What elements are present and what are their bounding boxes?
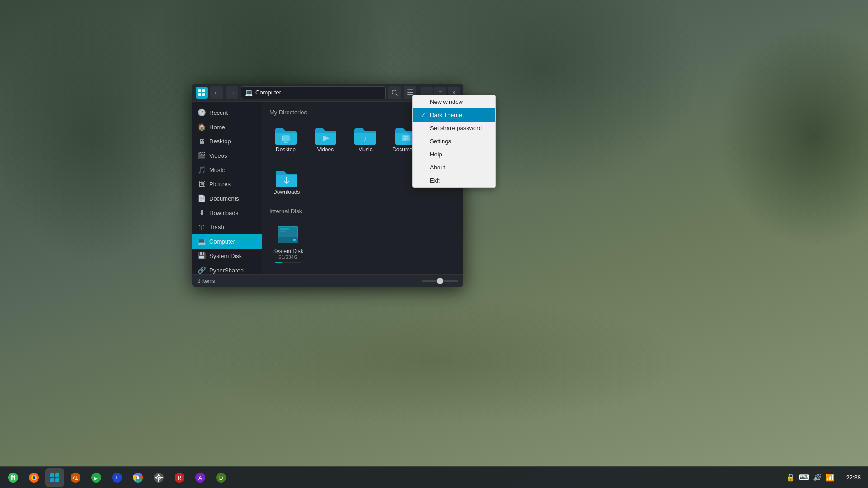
svg-text:D: D (219, 475, 223, 481)
sidebar-label-system-disk: System Disk (209, 253, 242, 259)
computer-icon: 💻 (245, 89, 253, 96)
taskbar-app-file-manager[interactable] (45, 468, 64, 487)
svg-point-41 (158, 477, 160, 479)
volume-icon[interactable]: 🔊 (813, 473, 822, 482)
taskbar-app-store[interactable]: 🛍 (66, 468, 85, 487)
menu-label-set-share-password: Set share password (430, 125, 482, 131)
sidebar-item-videos[interactable]: 🎬 Videos (192, 148, 262, 163)
svg-rect-19 (280, 228, 289, 230)
disk-system[interactable]: System Disk 61/234G (269, 220, 307, 267)
zoom-slider[interactable] (422, 280, 458, 282)
trash-icon: 🗑 (198, 223, 206, 231)
folder-music[interactable]: ♪ Music (349, 121, 382, 156)
menu-item-about[interactable]: About (413, 161, 495, 174)
sidebar-label-downloads: Downloads (209, 210, 238, 216)
sidebar-label-pictures: Pictures (209, 181, 231, 188)
svg-rect-20 (280, 231, 286, 232)
lock-icon[interactable]: 🔒 (786, 473, 795, 482)
taskbar-app-chrome[interactable] (128, 468, 147, 487)
sidebar-item-computer[interactable]: 💻 Computer (192, 234, 262, 249)
svg-text:A: A (198, 475, 202, 481)
downloads-icon: ⬇ (198, 209, 206, 217)
sidebar-item-home[interactable]: 🏠 Home (192, 120, 262, 134)
svg-rect-1 (202, 89, 205, 92)
computer-sidebar-icon: 💻 (198, 237, 206, 245)
taskbar: 🛍 ▶ P (0, 466, 868, 488)
sidebar-item-desktop[interactable]: 🖥 Desktop (192, 134, 262, 148)
taskbar-app-firefox[interactable] (24, 468, 43, 487)
folder-desktop[interactable]: Desktop (269, 121, 302, 156)
menu-item-set-share-password[interactable]: Set share password (413, 122, 495, 135)
taskbar-app-settings[interactable] (149, 468, 168, 487)
menu-label-settings: Settings (430, 138, 451, 145)
forward-button[interactable]: → (226, 86, 238, 99)
system-disk-icon: 💾 (198, 252, 206, 260)
svg-text:R: R (178, 475, 182, 481)
disk-icon (275, 224, 301, 245)
pictures-icon: 🖼 (198, 180, 206, 188)
folder-downloads-label: Downloads (273, 189, 300, 195)
search-button[interactable] (388, 86, 401, 99)
folder-downloads[interactable]: Downloads (269, 164, 303, 199)
app-logo (196, 87, 208, 99)
address-bar[interactable]: 💻 Computer (241, 86, 386, 99)
disk-size: 61/234G (278, 254, 297, 260)
svg-rect-2 (198, 93, 201, 96)
shared-icon: 🔗 (198, 266, 206, 274)
taskbar-app-blue[interactable]: P (108, 468, 127, 487)
internal-disk-title: Internal Disk (269, 208, 456, 215)
sidebar-item-recent[interactable]: 🕐 Recent (192, 105, 262, 120)
home-icon: 🏠 (198, 123, 206, 131)
svg-point-18 (293, 239, 296, 241)
desktop-icon: 🖥 (198, 137, 206, 145)
check-dark-theme: ✓ (420, 112, 426, 118)
taskbar-apps: 🛍 ▶ P (4, 468, 786, 487)
menu-item-dark-theme[interactable]: ✓ Dark Theme (413, 108, 495, 122)
svg-rect-28 (55, 478, 59, 482)
taskbar-app-purple[interactable]: A (191, 468, 210, 487)
svg-text:🛍: 🛍 (73, 475, 78, 481)
taskbar-app-manjaro[interactable] (4, 468, 23, 487)
menu-label-help: Help (430, 151, 442, 158)
svg-line-5 (396, 94, 398, 95)
sidebar-item-pyper-shared[interactable]: 🔗 PyperShared (192, 263, 262, 274)
zoom-slider-thumb (437, 278, 443, 284)
keyboard-icon[interactable]: ⌨ (799, 473, 809, 482)
folder-music-label: Music (358, 146, 372, 153)
sidebar-label-computer: Computer (209, 238, 235, 245)
taskbar-app-red[interactable]: R (170, 468, 189, 487)
menu-item-settings[interactable]: Settings (413, 135, 495, 148)
menu-label-new-window: New window (430, 99, 463, 105)
sidebar-item-downloads[interactable]: ⬇ Downloads (192, 206, 262, 220)
back-button[interactable]: ← (210, 86, 223, 99)
disk-progress (275, 262, 301, 263)
folder-videos[interactable]: Videos (309, 121, 342, 156)
disk-label: System Disk (273, 248, 303, 254)
sidebar-item-system-disk[interactable]: 💾 System Disk (192, 249, 262, 263)
disk-grid: System Disk 61/234G (269, 220, 456, 267)
wifi-icon[interactable]: 📶 (826, 473, 835, 482)
taskbar-app-dev[interactable]: D (212, 468, 231, 487)
sidebar-label-home: Home (209, 124, 225, 131)
svg-text:P: P (116, 475, 119, 480)
sidebar-label-desktop: Desktop (209, 138, 231, 145)
sidebar-item-documents[interactable]: 📄 Documents (192, 191, 262, 206)
menu-item-exit[interactable]: Exit (413, 174, 495, 187)
taskbar-app-green[interactable]: ▶ (87, 468, 106, 487)
taskbar-system: 🔒 ⌨ 🔊 📶 22:38 (786, 473, 864, 482)
address-text: Computer (255, 89, 281, 96)
menu-item-help[interactable]: Help (413, 148, 495, 161)
svg-rect-3 (202, 93, 205, 96)
menu-label-about: About (430, 164, 445, 171)
sidebar-item-trash[interactable]: 🗑 Trash (192, 220, 262, 234)
sidebar-item-pictures[interactable]: 🖼 Pictures (192, 177, 262, 191)
sidebar-item-music[interactable]: 🎵 Music (192, 163, 262, 177)
sidebar-label-recent: Recent (209, 109, 228, 116)
menu-item-new-window[interactable]: New window (413, 95, 495, 108)
sidebar-label-documents: Documents (209, 195, 239, 202)
sidebar-label-pyper-shared: PyperShared (209, 267, 244, 274)
zoom-control (422, 280, 458, 282)
svg-rect-0 (198, 89, 201, 92)
svg-text:▶: ▶ (94, 476, 98, 481)
status-bar: 8 items (192, 274, 463, 287)
